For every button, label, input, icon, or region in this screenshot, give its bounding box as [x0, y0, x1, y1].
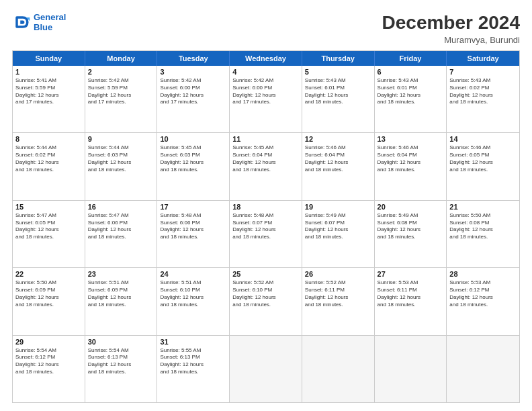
table-row — [375, 336, 447, 402]
table-row: 26Sunrise: 5:52 AM Sunset: 6:11 PM Dayli… — [302, 268, 375, 334]
day-number: 18 — [232, 203, 299, 211]
cell-info: Sunrise: 5:53 AM Sunset: 6:12 PM Dayligh… — [449, 279, 517, 308]
table-row: 25Sunrise: 5:52 AM Sunset: 6:10 PM Dayli… — [230, 268, 302, 334]
table-row: 6Sunrise: 5:43 AM Sunset: 6:01 PM Daylig… — [375, 66, 447, 132]
table-row: 31Sunrise: 5:55 AM Sunset: 6:13 PM Dayli… — [157, 336, 230, 402]
table-row: 8Sunrise: 5:44 AM Sunset: 6:02 PM Daylig… — [13, 133, 85, 199]
cell-info: Sunrise: 5:43 AM Sunset: 6:02 PM Dayligh… — [449, 77, 517, 106]
day-number: 28 — [449, 270, 517, 278]
day-number: 2 — [88, 68, 154, 76]
cell-info: Sunrise: 5:46 AM Sunset: 6:04 PM Dayligh… — [378, 144, 444, 173]
table-row: 12Sunrise: 5:46 AM Sunset: 6:04 PM Dayli… — [302, 133, 375, 199]
day-number: 22 — [15, 270, 82, 278]
header-day-sunday: Sunday — [13, 51, 85, 66]
header-day-thursday: Thursday — [302, 51, 375, 66]
day-number: 29 — [15, 338, 82, 346]
calendar: SundayMondayTuesdayWednesdayThursdayFrid… — [12, 50, 520, 403]
day-number: 5 — [305, 68, 371, 76]
table-row: 15Sunrise: 5:47 AM Sunset: 6:05 PM Dayli… — [13, 201, 85, 267]
table-row: 9Sunrise: 5:44 AM Sunset: 6:03 PM Daylig… — [85, 133, 158, 199]
table-row: 30Sunrise: 5:54 AM Sunset: 6:13 PM Dayli… — [85, 336, 158, 402]
day-number: 11 — [232, 135, 299, 143]
header-day-monday: Monday — [85, 51, 158, 66]
day-number: 13 — [378, 135, 444, 143]
cell-info: Sunrise: 5:48 AM Sunset: 6:06 PM Dayligh… — [160, 212, 226, 241]
cell-info: Sunrise: 5:50 AM Sunset: 6:08 PM Dayligh… — [449, 212, 517, 241]
logo-icon — [12, 13, 31, 32]
month-title: December 2024 — [382, 12, 520, 34]
table-row: 4Sunrise: 5:42 AM Sunset: 6:00 PM Daylig… — [230, 66, 302, 132]
day-number: 25 — [232, 270, 299, 278]
cell-info: Sunrise: 5:46 AM Sunset: 6:05 PM Dayligh… — [449, 144, 517, 173]
header-day-saturday: Saturday — [447, 51, 519, 66]
day-number: 9 — [88, 135, 154, 143]
cell-info: Sunrise: 5:42 AM Sunset: 5:59 PM Dayligh… — [88, 77, 154, 106]
day-number: 27 — [378, 270, 444, 278]
table-row: 17Sunrise: 5:48 AM Sunset: 6:06 PM Dayli… — [157, 201, 230, 267]
table-row: 2Sunrise: 5:42 AM Sunset: 5:59 PM Daylig… — [85, 66, 158, 132]
header-day-wednesday: Wednesday — [230, 51, 302, 66]
table-row: 14Sunrise: 5:46 AM Sunset: 6:05 PM Dayli… — [447, 133, 519, 199]
day-number: 16 — [88, 203, 154, 211]
cell-info: Sunrise: 5:54 AM Sunset: 6:13 PM Dayligh… — [88, 347, 154, 376]
day-number: 7 — [449, 68, 517, 76]
day-number: 10 — [160, 135, 226, 143]
cell-info: Sunrise: 5:49 AM Sunset: 6:07 PM Dayligh… — [305, 212, 371, 241]
table-row — [230, 336, 302, 402]
cell-info: Sunrise: 5:55 AM Sunset: 6:13 PM Dayligh… — [160, 347, 226, 376]
cell-info: Sunrise: 5:47 AM Sunset: 6:05 PM Dayligh… — [15, 212, 82, 241]
cell-info: Sunrise: 5:45 AM Sunset: 6:03 PM Dayligh… — [160, 144, 226, 173]
table-row: 20Sunrise: 5:49 AM Sunset: 6:08 PM Dayli… — [375, 201, 447, 267]
day-number: 8 — [15, 135, 82, 143]
table-row: 3Sunrise: 5:42 AM Sunset: 6:00 PM Daylig… — [157, 66, 230, 132]
day-number: 3 — [160, 68, 226, 76]
logo-text: General Blue — [34, 12, 66, 32]
day-number: 1 — [15, 68, 82, 76]
logo: General Blue — [12, 12, 66, 32]
day-number: 17 — [160, 203, 226, 211]
table-row: 19Sunrise: 5:49 AM Sunset: 6:07 PM Dayli… — [302, 201, 375, 267]
cell-info: Sunrise: 5:51 AM Sunset: 6:10 PM Dayligh… — [160, 279, 226, 308]
day-number: 23 — [88, 270, 154, 278]
week-row-1: 1Sunrise: 5:41 AM Sunset: 5:59 PM Daylig… — [13, 66, 519, 132]
cell-info: Sunrise: 5:52 AM Sunset: 6:11 PM Dayligh… — [305, 279, 371, 308]
calendar-body: 1Sunrise: 5:41 AM Sunset: 5:59 PM Daylig… — [13, 66, 519, 402]
table-row: 16Sunrise: 5:47 AM Sunset: 6:06 PM Dayli… — [85, 201, 158, 267]
day-number: 31 — [160, 338, 226, 346]
cell-info: Sunrise: 5:44 AM Sunset: 6:03 PM Dayligh… — [88, 144, 154, 173]
week-row-2: 8Sunrise: 5:44 AM Sunset: 6:02 PM Daylig… — [13, 132, 519, 199]
cell-info: Sunrise: 5:48 AM Sunset: 6:07 PM Dayligh… — [232, 212, 299, 241]
table-row: 10Sunrise: 5:45 AM Sunset: 6:03 PM Dayli… — [157, 133, 230, 199]
cell-info: Sunrise: 5:54 AM Sunset: 6:12 PM Dayligh… — [15, 347, 82, 376]
cell-info: Sunrise: 5:50 AM Sunset: 6:09 PM Dayligh… — [15, 279, 82, 308]
cell-info: Sunrise: 5:53 AM Sunset: 6:11 PM Dayligh… — [378, 279, 444, 308]
day-number: 12 — [305, 135, 371, 143]
day-number: 19 — [305, 203, 371, 211]
day-number: 6 — [378, 68, 444, 76]
table-row — [447, 336, 519, 402]
calendar-header: SundayMondayTuesdayWednesdayThursdayFrid… — [13, 51, 519, 66]
cell-info: Sunrise: 5:42 AM Sunset: 6:00 PM Dayligh… — [232, 77, 299, 106]
day-number: 24 — [160, 270, 226, 278]
cell-info: Sunrise: 5:46 AM Sunset: 6:04 PM Dayligh… — [305, 144, 371, 173]
day-number: 20 — [378, 203, 444, 211]
title-section: December 2024 Muramvya, Burundi — [382, 12, 520, 45]
table-row: 18Sunrise: 5:48 AM Sunset: 6:07 PM Dayli… — [230, 201, 302, 267]
location: Muramvya, Burundi — [382, 35, 520, 45]
table-row: 21Sunrise: 5:50 AM Sunset: 6:08 PM Dayli… — [447, 201, 519, 267]
cell-info: Sunrise: 5:42 AM Sunset: 6:00 PM Dayligh… — [160, 77, 226, 106]
table-row: 1Sunrise: 5:41 AM Sunset: 5:59 PM Daylig… — [13, 66, 85, 132]
table-row: 23Sunrise: 5:51 AM Sunset: 6:09 PM Dayli… — [85, 268, 158, 334]
cell-info: Sunrise: 5:52 AM Sunset: 6:10 PM Dayligh… — [232, 279, 299, 308]
table-row: 7Sunrise: 5:43 AM Sunset: 6:02 PM Daylig… — [447, 66, 519, 132]
table-row: 5Sunrise: 5:43 AM Sunset: 6:01 PM Daylig… — [302, 66, 375, 132]
cell-info: Sunrise: 5:47 AM Sunset: 6:06 PM Dayligh… — [88, 212, 154, 241]
cell-info: Sunrise: 5:49 AM Sunset: 6:08 PM Dayligh… — [378, 212, 444, 241]
cell-info: Sunrise: 5:51 AM Sunset: 6:09 PM Dayligh… — [88, 279, 154, 308]
table-row — [302, 336, 375, 402]
week-row-5: 29Sunrise: 5:54 AM Sunset: 6:12 PM Dayli… — [13, 335, 519, 402]
header-day-friday: Friday — [375, 51, 447, 66]
header: General Blue December 2024 Muramvya, Bur… — [12, 12, 520, 45]
week-row-3: 15Sunrise: 5:47 AM Sunset: 6:05 PM Dayli… — [13, 200, 519, 267]
cell-info: Sunrise: 5:44 AM Sunset: 6:02 PM Dayligh… — [15, 144, 82, 173]
